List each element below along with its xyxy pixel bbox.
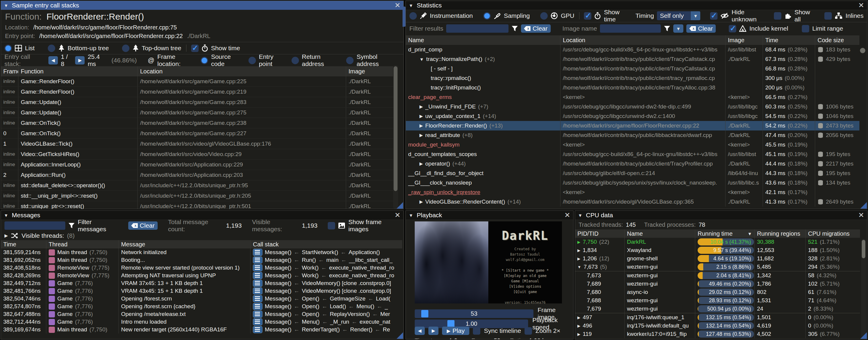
cpu-row[interactable]: 7,689wezterm-gui49.46 ms (0.20%)1,786102… [575,280,860,288]
resize-grip[interactable] [397,332,403,339]
column-header-running-time[interactable]: Running time▼ [695,229,754,238]
stats-table-row[interactable]: tracy::rpmalloc()/home/wolf/darkrl/contr… [406,74,859,83]
sample-table-row[interactable]: 2Application::Run()/home/wolf/darkrl/src… [1,170,398,180]
close-icon[interactable]: ✕ [564,211,570,219]
gpu-radio[interactable] [540,12,548,20]
column-header-location[interactable]: Location [137,66,346,76]
collapse-icon[interactable]: ▼ [409,3,413,8]
column-header-image[interactable]: Image [725,35,763,45]
cpu-row[interactable]: 7,688wezterm-gui28.93 ms (0.12%)1,53171(… [575,296,860,305]
call-stack-button[interactable] [253,295,262,302]
column-header-frame[interactable]: Frame [1,66,18,76]
frame-location-radio-source-code[interactable] [201,57,208,64]
stats-table-row[interactable]: _raw_spin_unlock_irqrestore<kernel><kern… [406,188,859,197]
show-time-checkbox[interactable] [191,45,198,52]
call-stack-button[interactable] [253,272,262,279]
stats-table-row[interactable]: clear_page_erms<kernel><kernel>66.5 ms(0… [406,92,859,102]
collapse-icon[interactable]: ▼ [578,265,581,269]
sample-table-row[interactable]: inlineGame::RenderFloor()/home/wolf/dark… [1,76,398,87]
limit-range-checkbox[interactable] [802,25,809,32]
expand-icon[interactable]: ▶ [420,161,423,166]
include-kernel-checkbox[interactable] [729,25,736,32]
show-frame-images-checkbox[interactable] [328,222,335,229]
column-header-thread[interactable]: Thread [46,240,119,249]
sample-table-row[interactable]: inlineVideo::GetTicksHiRes()/home/wolf/d… [1,149,398,160]
stats-table-row[interactable]: ▶FloorRenderer::Render()(+13)/home/wolf/… [406,121,859,131]
column-header-name[interactable]: Name [406,35,560,45]
cpu-row[interactable]: ▼7,673(5)wezterm-gui2.15 s (8.86%)5,4852… [575,263,860,271]
inlines-checkbox[interactable] [824,12,832,20]
sample-table-row[interactable]: inlinestd::default_delete<>::operator()(… [1,180,398,191]
message-row[interactable]: 382,481,766nsGame(7,776)VRAM 43x45: 15 +… [1,287,402,295]
call-stack-button[interactable] [253,264,262,271]
frame-location-radio-return-address[interactable] [291,57,299,64]
expand-icon[interactable]: ▶ [578,332,580,336]
column-header-function[interactable]: Function [18,66,137,76]
collapse-icon[interactable]: ▼ [420,57,424,62]
column-header-location[interactable]: Location [560,35,725,45]
expand-icon[interactable]: ▶ [420,104,423,109]
expand-icon[interactable]: ▶ [578,256,580,261]
call-stack-button[interactable] [253,326,262,333]
stats-table-row[interactable]: ▼tracy::NormalizePath()(+2)/home/wolf/da… [406,54,859,64]
message-row[interactable]: 382,647,488nsGame(7,776)Opening /meta/re… [1,310,402,318]
sync-timeline-checkbox[interactable] [473,327,480,335]
column-header-cpu-migrations[interactable]: CPU migrations [805,229,860,238]
cpu-scrollbar[interactable] [862,240,865,258]
play-button[interactable]: ▶Play [442,327,469,335]
sample-table-row[interactable]: inlineGame::Update()/home/wolf/darkrl/sr… [1,108,398,118]
sample-table-row[interactable]: 0Game::OnTick()/home/wolf/darkrl/src/gam… [1,129,398,139]
stats-table-row[interactable]: [ - self - ]/home/wolf/darkrl/contrib/tr… [406,64,859,74]
message-row[interactable]: 389,169,674nsMain thread(7,750)New rende… [1,326,402,334]
sampling-radio[interactable] [483,12,491,20]
prev-frame-button[interactable]: ◀ [415,327,425,335]
call-stack-button[interactable] [253,287,262,294]
column-header-message[interactable]: Message [119,240,250,249]
stats-table-row[interactable]: ▶uw_update_context_1(+14)/usr/src/debug/… [406,111,859,121]
cpu-row[interactable]: 7,680async-io29.02 ms (0.12%)80261(7.61%… [575,288,860,296]
bottom-up-radio[interactable] [48,45,55,52]
stats-table-row[interactable]: ▶operator()(+44)/home/wolf/darkrl/contri… [406,159,859,169]
stats-table-row[interactable]: d_print_comp/usr/src/debug/gcc-build/x86… [406,45,859,54]
resize-grip[interactable] [860,332,867,339]
hide-unknown-checkbox[interactable] [710,12,717,20]
image-filter-dropdown[interactable]: ▼ [673,24,683,33]
message-row[interactable]: 382,712,444nsGame(7,776)Intro menu loade… [1,318,402,326]
call-stack-button[interactable] [253,303,262,310]
collapse-icon[interactable]: ▼ [4,3,8,8]
expand-icon[interactable]: ▶ [578,240,580,244]
clear-image-filter-button[interactable]: x Clear [686,24,716,33]
expand-icon[interactable]: ▶ [420,133,423,138]
stats-table-row[interactable]: ▶VideoGLBase::RenderContent()(+14)/home/… [406,197,859,206]
message-row[interactable]: 381,692,052nsMain thread(7,750)Booting..… [1,256,402,264]
sample-scrollbar[interactable] [394,66,398,191]
message-row[interactable]: 382,504,746nsGame(7,776)Opening /forest.… [1,295,402,303]
message-row[interactable]: 382,408,518nsRemoteView(7,775)Remote vie… [1,264,402,272]
stats-table-row[interactable]: module_get_kallsym<kernel><kernel>45.5 m… [406,140,859,149]
frame-location-radio-entry-point[interactable] [248,57,256,64]
stats-table-row[interactable]: ▶_Unwind_Find_FDE(+7)/usr/src/debug/gcc/… [406,102,859,111]
column-header-call-stack[interactable]: Call stack [250,240,402,249]
sample-table-row[interactable]: inlineApplication::InnerLoop()/home/wolf… [1,160,398,170]
call-stack-button[interactable] [253,249,262,256]
column-header-pid-tid[interactable]: PID/TID [575,229,624,238]
resize-grip[interactable] [860,202,867,209]
column-header-time[interactable]: Time [1,240,46,249]
clear-filter-button[interactable]: x Clear [521,24,550,33]
expand-icon[interactable]: ▶ [4,233,8,238]
sample-table-row[interactable]: 1VideoGLBase::Tick()/home/wolf/darkrl/sr… [1,139,398,149]
column-header-running-regions[interactable]: Running regions [754,229,805,238]
sample-table-row[interactable]: inlineGame::RenderFloor()/home/wolf/dark… [1,87,398,97]
stats-table-row[interactable]: tracy::InitRpmalloc()/home/wolf/darkrl/c… [406,83,859,92]
stats-table-row[interactable]: __GI__dl_find_dso_for_object/usr/src/deb… [406,169,859,178]
expand-icon[interactable]: ▶ [578,324,580,328]
instrumentation-radio[interactable] [409,12,417,20]
call-stack-button[interactable] [253,280,262,287]
top-down-radio[interactable] [122,45,129,52]
cpu-row[interactable]: ▶497irq/176-iwlwifi:queue_1132.15 ms (0.… [575,313,860,321]
cpu-row[interactable]: ▶7,750(22)DarkRL10.04 s (41.37%)30,38852… [575,238,860,246]
collapse-icon[interactable]: ▼ [578,213,582,218]
close-icon[interactable]: ✕ [858,211,864,219]
funnel-icon[interactable] [512,25,518,32]
list-radio[interactable] [4,45,12,52]
